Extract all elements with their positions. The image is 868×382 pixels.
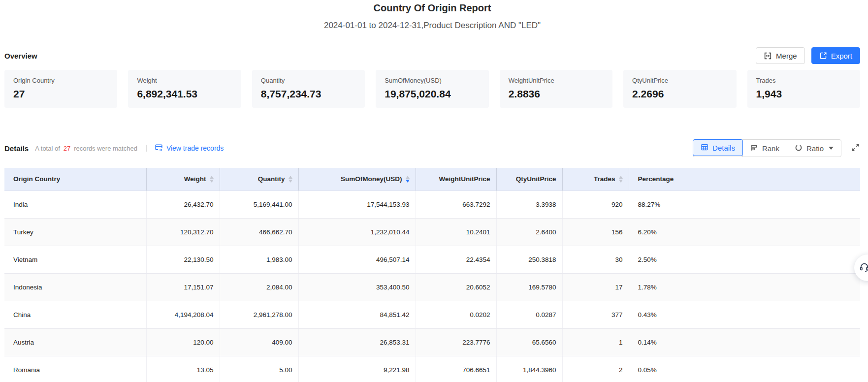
tab-rank-label: Rank xyxy=(762,144,779,153)
table-cell: 3.3938 xyxy=(496,191,562,218)
table-cell: 5.00 xyxy=(220,356,298,382)
table-cell: 26,432.70 xyxy=(146,191,220,218)
table-cell: 9,221.98 xyxy=(298,356,416,382)
donut-icon xyxy=(795,144,803,153)
column-header-sum-of-money[interactable]: SumOfMoney(USD) xyxy=(298,168,416,191)
table-cell: 409.00 xyxy=(220,328,298,356)
table-cell: Romania xyxy=(4,356,146,382)
overview-actions: Merge Export xyxy=(756,47,860,64)
tab-details-label: Details xyxy=(712,144,735,152)
table-row: Vietnam22,130.501,983.00496,507.1422.435… xyxy=(4,246,860,273)
table-cell: 65.6560 xyxy=(496,328,562,356)
sort-desc-active-icon xyxy=(406,176,410,183)
fullscreen-button[interactable] xyxy=(851,143,860,154)
view-switcher: Details Rank xyxy=(693,139,860,157)
table-row: Austria120.00409.0026,853.31223.777665.6… xyxy=(4,328,860,356)
table-grid-icon xyxy=(701,143,708,153)
merge-button-label: Merge xyxy=(776,52,797,60)
stat-label: Weight xyxy=(137,77,232,84)
overview-toolbar: Overview Merge xyxy=(4,47,860,64)
table-cell: 17 xyxy=(562,273,629,301)
match-summary-prefix: A total of xyxy=(35,145,60,152)
table-cell: 5,169,441.00 xyxy=(220,191,298,218)
table-header-row: Origin Country Weight Quantity SumOfMone… xyxy=(4,168,860,191)
column-label: Origin Country xyxy=(13,175,60,183)
headset-icon xyxy=(859,261,868,275)
table-cell: 2.50% xyxy=(629,246,860,273)
stat-card-sum-of-money: SumOfMoney(USD) 19,875,020.84 xyxy=(376,70,488,108)
column-header-weight-unit-price: WeightUnitPrice xyxy=(416,168,496,191)
details-summary: Details A total of 27 records were match… xyxy=(4,143,224,153)
table-cell: 377 xyxy=(562,301,629,328)
table-cell: Vietnam xyxy=(4,246,146,273)
table-cell: 120,312.70 xyxy=(146,218,220,246)
details-table: Origin Country Weight Quantity SumOfMone… xyxy=(4,168,860,382)
column-label: WeightUnitPrice xyxy=(439,175,490,183)
table-cell: 4,194,208.04 xyxy=(146,301,220,328)
column-header-weight[interactable]: Weight xyxy=(146,168,220,191)
match-count: 27 xyxy=(64,145,70,152)
view-segmented-control: Details Rank xyxy=(693,139,841,157)
table-cell: 1.78% xyxy=(629,273,860,301)
table-row: Turkey120,312.70466,662.701,232,010.4410… xyxy=(4,218,860,246)
match-summary: A total of 27 records were matched xyxy=(35,145,137,152)
table-cell: 26,853.31 xyxy=(298,328,416,356)
view-trade-records-link[interactable]: View trade records xyxy=(155,143,224,153)
table-row: China4,194,208.042,961,278.0084,851.420.… xyxy=(4,301,860,328)
divider xyxy=(146,145,147,152)
table-cell: 169.5780 xyxy=(496,273,562,301)
stat-card-qty-unit-price: QtyUnitPrice 2.2696 xyxy=(623,70,736,108)
tab-rank[interactable]: Rank xyxy=(742,140,787,157)
table-cell: 0.14% xyxy=(629,328,860,356)
report-subtitle: 2024-01-01 to 2024-12-31,Product Descrip… xyxy=(4,20,860,31)
table-cell: 2,084.00 xyxy=(220,273,298,301)
table-cell: Turkey xyxy=(4,218,146,246)
table-cell: 17,151.07 xyxy=(146,273,220,301)
export-button[interactable]: Export xyxy=(811,47,860,64)
table-cell: 20.6052 xyxy=(416,273,496,301)
table-row: Indonesia17,151.072,084.00353,400.5020.6… xyxy=(4,273,860,301)
tab-ratio[interactable]: Ratio xyxy=(787,140,841,157)
table-row: India26,432.705,169,441.0017,544,153.936… xyxy=(4,191,860,218)
table-cell: 0.43% xyxy=(629,301,860,328)
merge-button[interactable]: Merge xyxy=(756,47,805,64)
column-label: Trades xyxy=(594,175,615,183)
table-cell: 30 xyxy=(562,246,629,273)
table-cell: Indonesia xyxy=(4,273,146,301)
column-header-percentage: Percentage xyxy=(629,168,860,191)
chevron-down-icon xyxy=(829,147,834,150)
merge-cells-icon xyxy=(764,52,772,60)
tab-details[interactable]: Details xyxy=(693,139,743,156)
table-cell: 0.0202 xyxy=(416,301,496,328)
stat-card-quantity: Quantity 8,757,234.73 xyxy=(252,70,365,108)
report-page: Country Of Origin Report 2024-01-01 to 2… xyxy=(0,0,868,382)
table-cell: 496,507.14 xyxy=(298,246,416,273)
stat-card-origin-country: Origin Country 27 xyxy=(4,70,117,108)
sort-icon xyxy=(289,176,292,183)
table-cell: 120.00 xyxy=(146,328,220,356)
column-label: Percentage xyxy=(638,175,674,183)
table-cell: 353,400.50 xyxy=(298,273,416,301)
view-trade-records-label: View trade records xyxy=(166,144,224,152)
column-label: Weight xyxy=(184,175,206,183)
stat-label: Quantity xyxy=(261,77,356,84)
bar-chart-icon xyxy=(750,144,758,153)
table-row: Romania13.055.009,221.98706.66511,844.39… xyxy=(4,356,860,382)
page-title: Country Of Origin Report xyxy=(4,0,860,14)
table-cell: 1 xyxy=(562,328,629,356)
trade-records-window-icon xyxy=(155,143,163,153)
column-header-quantity[interactable]: Quantity xyxy=(220,168,298,191)
table-cell: 1,844.3960 xyxy=(496,356,562,382)
column-header-trades[interactable]: Trades xyxy=(562,168,629,191)
details-toolbar: Details A total of 27 records were match… xyxy=(4,139,860,157)
table-cell: 22.4354 xyxy=(416,246,496,273)
stat-label: Origin Country xyxy=(13,77,108,84)
stat-card-weight-unit-price: WeightUnitPrice 2.8836 xyxy=(500,70,612,108)
table-cell: 663.7292 xyxy=(416,191,496,218)
stat-value: 1,943 xyxy=(756,88,851,100)
column-label: SumOfMoney(USD) xyxy=(341,175,402,183)
table-cell: 156 xyxy=(562,218,629,246)
table-cell: Austria xyxy=(4,328,146,356)
table-cell: 706.6651 xyxy=(416,356,496,382)
stat-card-weight: Weight 6,892,341.53 xyxy=(128,70,241,108)
